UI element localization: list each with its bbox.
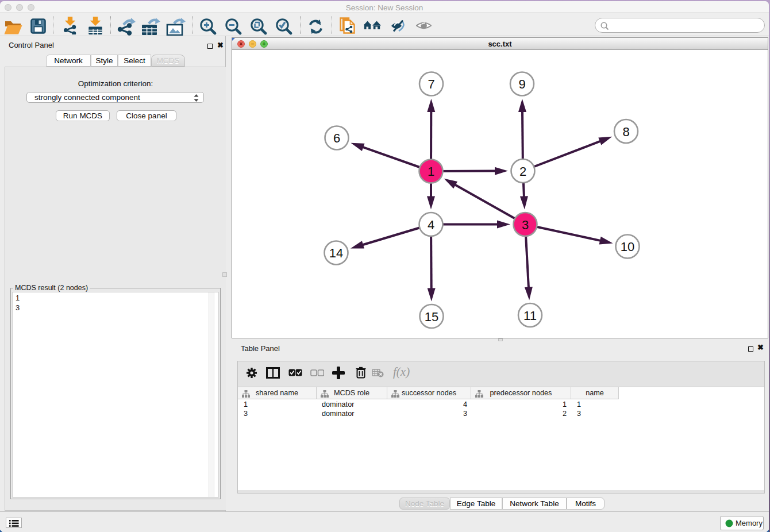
- svg-text:4: 4: [428, 218, 434, 232]
- svg-text:9: 9: [518, 77, 525, 91]
- svg-text:8: 8: [622, 125, 629, 139]
- svg-text:14: 14: [329, 246, 343, 260]
- svg-text:6: 6: [333, 131, 340, 145]
- svg-text:1: 1: [428, 164, 434, 179]
- svg-text:3: 3: [522, 218, 529, 232]
- svg-text:7: 7: [428, 77, 434, 91]
- svg-text:15: 15: [425, 310, 438, 324]
- svg-text:2: 2: [519, 164, 526, 179]
- svg-text:11: 11: [523, 309, 537, 323]
- svg-text:10: 10: [621, 240, 634, 254]
